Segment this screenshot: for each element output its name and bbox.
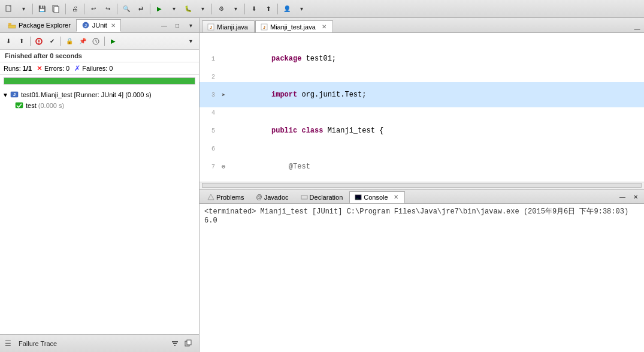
prev-annotation-btn[interactable]: ⬆ [262, 2, 275, 16]
failures-label: Failures: [82, 65, 107, 72]
output-text: 6.0 [204, 216, 217, 225]
ctrl-sep3 [104, 37, 105, 46]
open-btn[interactable]: ▾ [17, 2, 30, 16]
tab-junit-label: JUnit [92, 22, 107, 29]
code-line-1: 1 package test01; [199, 46, 644, 71]
terminated-text: <terminated> Mianji_test [JUnit] C:\Prog… [204, 207, 628, 216]
svg-text:J: J [263, 25, 265, 29]
external-dropdown-btn[interactable]: ▾ [229, 2, 242, 16]
line-num-6: 6 [202, 146, 219, 152]
tab-console-close[interactable]: ✕ [394, 194, 398, 200]
debug-dropdown-btn[interactable]: ▾ [196, 2, 209, 16]
console-icon: _ [355, 194, 362, 201]
external-tools-btn[interactable]: ⚙ [214, 2, 228, 16]
sep8 [277, 4, 278, 14]
line-marker-3: ➤ [219, 91, 228, 99]
profile-btn[interactable]: 👤 [280, 2, 294, 16]
left-tabs: Package Explorer J JUnit ✕ — □ ▾ [0, 18, 199, 33]
svg-rect-3 [8, 23, 11, 25]
undo-btn[interactable]: ↩ [87, 2, 100, 16]
code-line-2: 2 [199, 71, 644, 82]
line-num-4: 4 [202, 110, 219, 116]
test-pass-icon [14, 101, 24, 110]
editor-minimize-btn[interactable]: — [633, 25, 642, 32]
history-btn[interactable] [90, 35, 102, 47]
tab-package-explorer[interactable]: Package Explorer [2, 19, 76, 32]
sep6 [211, 4, 212, 14]
run-dropdown-btn[interactable]: ▾ [167, 2, 180, 16]
rerun-btn[interactable]: ▶ [107, 35, 119, 47]
line-num-7: 7 [202, 164, 219, 170]
code-line-7: 7 ⊖ @Test [199, 154, 644, 179]
status-text: Finished after 0 seconds [5, 52, 82, 59]
search-replace-btn[interactable]: ⇄ [134, 2, 147, 16]
tab-junit[interactable]: J JUnit ✕ [76, 19, 121, 32]
tab-junit-close[interactable]: ✕ [111, 22, 116, 29]
suite-icon: J [10, 90, 19, 100]
next-annotation-btn[interactable]: ⬇ [247, 2, 261, 16]
view-menu2-btn[interactable]: ▾ [185, 35, 196, 47]
tab-javadoc[interactable]: @ Javadoc [250, 191, 295, 203]
line-marker-7[interactable]: ⊖ [219, 163, 228, 170]
new-btn[interactable] [2, 2, 16, 16]
show-tests-btn[interactable]: ✔ [46, 35, 58, 47]
java-test-file-icon: J [261, 23, 268, 31]
prev-failure-btn[interactable]: ⬆ [16, 35, 28, 47]
redo-btn[interactable]: ↪ [101, 2, 114, 16]
minimize-left-btn[interactable]: — [158, 19, 170, 31]
tab-console-label: Console [364, 194, 388, 201]
search-btn[interactable]: 🔍 [120, 2, 133, 16]
annotation-7: @Test [289, 163, 310, 171]
junit-tree[interactable]: ▼ J test01.Mianji_test [Runner: JUnit 4]… [0, 87, 199, 334]
print-btn[interactable]: 🖨 [68, 2, 81, 16]
editor-tab-controls: — [633, 25, 642, 32]
pin-btn[interactable]: 📌 [77, 35, 89, 47]
code-editor[interactable]: 1 package test01; 2 3 ➤ import org.jun [199, 33, 644, 182]
tab-mianji-java-label: Mianji.java [217, 23, 248, 31]
tab-mianji-test-java[interactable]: J Mianji_test.java ✕ [255, 20, 333, 32]
save-all-btn[interactable] [50, 2, 63, 16]
console-close-btn[interactable]: ✕ [630, 191, 642, 203]
main-toolbar: ▾ 💾 🖨 ↩ ↪ 🔍 ⇄ ▶ ▾ 🐛 ▾ ⚙ ▾ ⬇ ⬆ 👤 ▾ [0, 0, 644, 18]
collapse-icon-7[interactable]: ⊖ [222, 163, 225, 170]
code-line-blank1 [199, 35, 644, 46]
line-num-1: 1 [202, 56, 219, 62]
hscroll-track[interactable] [202, 183, 642, 188]
code-content-1: package test01; [228, 46, 642, 71]
test-label: test (0.000 s) [26, 102, 64, 109]
maximize-left-btn[interactable]: □ [171, 19, 183, 31]
tab-declaration[interactable]: Declaration [295, 191, 350, 203]
tab-problems[interactable]: Problems [202, 191, 250, 203]
svg-rect-16 [174, 345, 176, 346]
kw-package-1: package [271, 55, 301, 63]
errors-label: Errors: [44, 65, 64, 72]
suite-expand-arrow[interactable]: ▼ [2, 92, 8, 98]
svg-text:J: J [84, 23, 87, 28]
view-menu-btn[interactable]: ▾ [185, 19, 196, 31]
line-num-3: 3 [202, 92, 219, 98]
tab-mianji-java[interactable]: J Mianji.java [202, 20, 255, 32]
filter-stack-btn[interactable] [169, 338, 181, 350]
debug-btn[interactable]: 🐛 [182, 2, 195, 16]
test-suite-item[interactable]: ▼ J test01.Mianji_test [Runner: JUnit 4]… [0, 89, 199, 100]
kw-class-5: class [301, 127, 323, 135]
show-failures-btn[interactable] [33, 35, 45, 47]
test-case-item[interactable]: test (0.000 s) [0, 100, 199, 111]
svg-rect-18 [187, 340, 191, 345]
run-btn[interactable]: ▶ [153, 2, 166, 16]
editor-hscroll[interactable] [199, 182, 644, 189]
svg-rect-4 [8, 25, 16, 28]
tab-mianji-test-close[interactable]: ✕ [322, 23, 326, 30]
save-btn[interactable]: 💾 [35, 2, 49, 16]
console-minimize-btn[interactable]: — [616, 191, 628, 203]
tab-console[interactable]: _ Console ✕ [349, 191, 404, 203]
profile-dropdown-btn[interactable]: ▾ [295, 2, 308, 16]
copy-trace-btn[interactable] [182, 338, 194, 350]
progress-bar-fill [4, 78, 195, 84]
scroll-lock-btn[interactable]: 🔒 [64, 35, 75, 47]
runs-label: Runs: [4, 65, 21, 72]
next-failure-btn[interactable]: ⬇ [2, 35, 14, 47]
line-num-5: 5 [202, 128, 219, 134]
svg-text:J: J [13, 92, 16, 97]
svg-point-9 [38, 43, 40, 44]
